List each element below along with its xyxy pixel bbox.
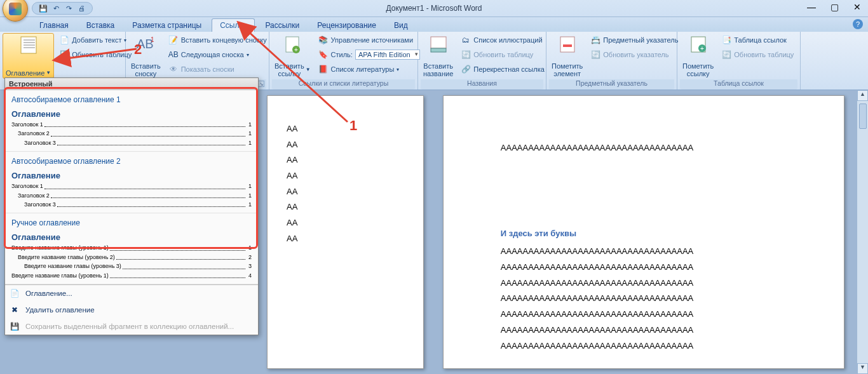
help-icon[interactable]: ?	[853, 19, 863, 29]
tab-insert[interactable]: Вставка	[79, 19, 123, 32]
manage-sources-button[interactable]: 📚Управление источниками	[316, 33, 423, 47]
toa-icon: 📑	[721, 35, 731, 45]
footnote-label: Вставить сноску	[131, 62, 161, 77]
preview-row: Введите название главы (уровень 2)2	[11, 253, 252, 262]
caption-icon	[428, 34, 449, 55]
mark-entry-button[interactable]: Пометить элемент	[549, 33, 585, 79]
insert-caption-button[interactable]: Вставить название	[421, 33, 456, 79]
heading-2: И здесь эти буквы	[501, 226, 787, 242]
group-toa: + Пометить ссылку 📑Таблица ссылок 🔄Обнов…	[677, 32, 801, 90]
save-icon: 💾	[9, 321, 20, 332]
maximize-button[interactable]: ▢	[829, 2, 840, 12]
update-icon: 🔄	[59, 50, 69, 60]
mark-icon	[557, 34, 578, 55]
chevron-down-icon: ▾	[247, 52, 249, 58]
next-footnote-button[interactable]: ABСледующая сноска▾	[166, 48, 269, 62]
figure-list-button[interactable]: 🗂Список иллюстраций	[458, 33, 547, 47]
insert-endnote-button[interactable]: 📝Вставить концевую сноску	[166, 33, 269, 47]
group-label-captions: Названия	[421, 79, 543, 90]
add-text-button[interactable]: 📄Добавить текст▾	[57, 33, 134, 47]
custom-toc-menu[interactable]: 📄Оглавление...	[5, 285, 258, 302]
para: АА	[287, 137, 404, 153]
annotation-2: 2	[134, 41, 142, 58]
para: ААААААААААААААААААААААААААААААААААА	[501, 140, 787, 156]
mark-label: Пометить элемент	[552, 62, 583, 77]
qat-print[interactable]: 🖨	[77, 4, 86, 13]
qat-undo[interactable]: ↶	[51, 4, 60, 13]
add-text-icon: 📄	[59, 35, 69, 45]
qat-save[interactable]: 💾	[39, 4, 48, 13]
svg-text:+: +	[700, 45, 704, 52]
dialog-launcher[interactable]: ↘	[258, 81, 264, 87]
group-captions: Вставить название 🗂Список иллюстраций 🔄О…	[418, 32, 546, 90]
para: АА	[287, 215, 404, 231]
show-footnotes-button: 👁Показать сноски	[166, 62, 269, 76]
caption-label: Вставить название	[423, 62, 453, 77]
para: АА	[287, 231, 404, 247]
titlebar: 💾 ↶ ↷ 🖨 Документ1 - Microsoft Word — ▢ ✕	[0, 0, 868, 17]
tab-home[interactable]: Главная	[32, 19, 76, 32]
group-label-toa: Таблица ссылок	[680, 79, 797, 90]
scroll-down-icon[interactable]: ▼	[857, 363, 868, 374]
chevron-down-icon: ▼	[46, 70, 51, 76]
update-icon: 🔄	[721, 50, 731, 60]
update-captions-button: 🔄Обновить таблицу	[458, 48, 547, 62]
style-label: Стиль:	[331, 51, 353, 58]
tab-mailings[interactable]: Рассылки	[257, 19, 307, 32]
page-2[interactable]: ААААААААААААААААААААААААААААААААААА И зд…	[443, 95, 844, 369]
tab-references[interactable]: Ссылки	[212, 18, 255, 32]
remove-icon: ✖	[9, 304, 20, 316]
chevron-down-icon: ▼	[306, 67, 311, 73]
update-index-button: 🔄Обновить указатель	[588, 48, 681, 62]
toc-button[interactable]: Оглавление▼	[3, 33, 54, 79]
vertical-scrollbar[interactable]: ▲ ▼	[857, 90, 868, 374]
remove-toc-menu[interactable]: ✖Удалить оглавление	[5, 302, 258, 318]
svg-rect-10	[431, 37, 446, 48]
style-select[interactable]: APA Fifth Edition	[355, 50, 420, 60]
citation-label: Вставить ссылку	[275, 62, 304, 77]
insert-index-button[interactable]: 📇Предметный указатель	[588, 33, 681, 47]
annotation-1: 1	[349, 117, 357, 134]
update-icon: 🔄	[461, 50, 471, 60]
chevron-down-icon: ▾	[397, 67, 399, 72]
tab-layout[interactable]: Разметка страницы	[125, 19, 209, 32]
xref-icon: 🔗	[461, 64, 471, 74]
scroll-up-icon[interactable]: ▲	[857, 90, 868, 101]
insert-citation-button[interactable]: + Вставить ссылку▼	[272, 33, 313, 79]
biblio-icon: 📕	[318, 64, 329, 74]
preview-row: Введите название главы (уровень 1)4	[11, 271, 252, 280]
group-label-index: Предметный указатель	[549, 79, 674, 90]
para: ААААААААААААААААААААААААААААААААААА	[501, 276, 787, 291]
window-controls: — ▢ ✕	[806, 2, 863, 12]
save-toc-menu: 💾Сохранить выделенный фрагмент в коллекц…	[5, 318, 258, 335]
tab-view[interactable]: Вид	[386, 19, 416, 32]
mark-cite-icon: +	[688, 34, 709, 55]
bibliography-button[interactable]: 📕Список литературы▾	[316, 62, 423, 76]
para: АА	[287, 184, 404, 200]
endnote-icon: 📝	[168, 35, 179, 45]
page-1-partial[interactable]: АА АА АА АА АА АА АА АА	[267, 95, 424, 369]
para: ААААААААААААААААААААААААААААААААААА	[501, 338, 787, 354]
para: АА	[287, 168, 404, 184]
update-icon: 🔄	[590, 50, 600, 60]
para: АА	[287, 152, 404, 168]
tab-review[interactable]: Рецензирование	[309, 19, 384, 32]
svg-text:1: 1	[151, 36, 154, 43]
show-icon: 👁	[168, 64, 179, 74]
update-toc-button[interactable]: 🔄Обновить таблицу	[57, 48, 134, 62]
annotation-highlight-box	[4, 87, 258, 249]
next-footnote-icon: AB	[168, 50, 179, 60]
para: АА	[287, 121, 404, 137]
scroll-thumb[interactable]	[859, 104, 867, 129]
minimize-button[interactable]: —	[806, 2, 817, 12]
mark-citation-button[interactable]: + Пометить ссылку	[680, 33, 716, 79]
close-button[interactable]: ✕	[851, 2, 863, 12]
para: ААААААААААААААААААААААААААААААААААА	[501, 244, 787, 260]
cross-reference-button[interactable]: 🔗Перекрестная ссылка	[458, 62, 547, 76]
group-label-citations: Ссылки и списки литературы	[272, 79, 415, 90]
mark-cite-label: Пометить ссылку	[682, 62, 714, 77]
qat: 💾 ↶ ↷ 🖨	[32, 2, 93, 15]
insert-toa-button[interactable]: 📑Таблица ссылок	[719, 33, 796, 47]
update-toa-button: 🔄Обновить таблицу	[719, 48, 796, 62]
qat-redo[interactable]: ↷	[64, 4, 73, 13]
